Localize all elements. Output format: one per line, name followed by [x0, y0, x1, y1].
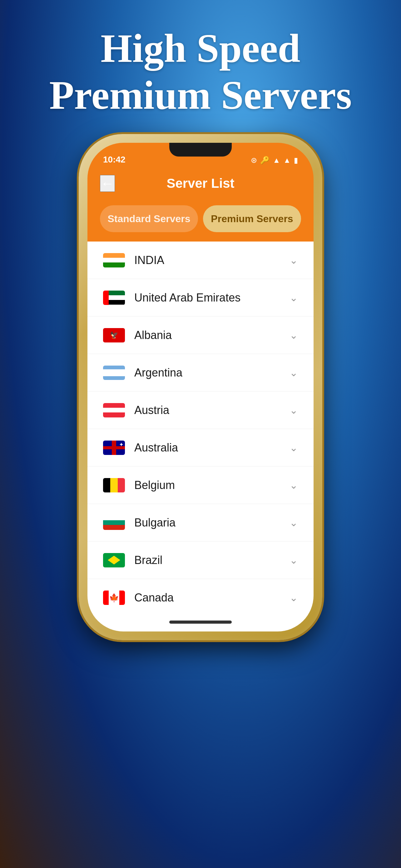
home-bar	[169, 621, 232, 624]
flag-india	[103, 253, 125, 268]
hero-title: High Speed Premium Servers	[49, 25, 352, 118]
list-item[interactable]: ✦ Australia ⌄	[88, 429, 313, 466]
back-button[interactable]: ←	[100, 175, 115, 192]
chevron-down-icon: ⌄	[290, 367, 298, 379]
list-item[interactable]: Austria ⌄	[88, 392, 313, 429]
country-name: United Arab Emirates	[134, 291, 290, 304]
chevron-down-icon: ⌄	[290, 554, 298, 566]
header-title: Server List	[166, 176, 234, 191]
phone-screen: 10:42 ⊛ 🔑 ▲ ▲ ▮ ← Server List Standard S…	[88, 143, 313, 631]
country-name: Australia	[134, 441, 290, 454]
tab-standard[interactable]: Standard Servers	[100, 205, 198, 232]
flag-australia: ✦	[103, 440, 125, 455]
flag-austria	[103, 403, 125, 417]
country-name: Bulgaria	[134, 516, 290, 529]
list-item[interactable]: Brazil ⌄	[88, 541, 313, 579]
chevron-down-icon: ⌄	[290, 254, 298, 266]
chevron-down-icon: ⌄	[290, 517, 298, 529]
flag-bulgaria	[103, 516, 125, 530]
tab-premium[interactable]: Premium Servers	[203, 205, 301, 232]
battery-icon: ▮	[294, 156, 298, 165]
list-item[interactable]: Belgium ⌄	[88, 466, 313, 504]
list-item[interactable]: Bulgaria ⌄	[88, 504, 313, 541]
list-item[interactable]: INDIA ⌄	[88, 242, 313, 279]
country-name: Austria	[134, 404, 290, 417]
phone-notch	[169, 143, 232, 157]
server-list: INDIA ⌄ United Arab Emirates ⌄	[88, 242, 313, 613]
country-name: Albania	[134, 329, 290, 342]
list-item[interactable]: Argentina ⌄	[88, 354, 313, 392]
list-item[interactable]: 🍁 Canada ⌄	[88, 579, 313, 613]
key-icon: 🔑	[260, 156, 269, 165]
list-item[interactable]: United Arab Emirates ⌄	[88, 279, 313, 316]
wifi-icon: ▲	[273, 156, 280, 165]
vpn-icon: ⊛	[251, 156, 257, 165]
signal-icon: ▲	[283, 156, 291, 165]
country-name: Argentina	[134, 366, 290, 379]
flag-albania: 🦅	[103, 328, 125, 342]
chevron-down-icon: ⌄	[290, 592, 298, 604]
status-icons: ⊛ 🔑 ▲ ▲ ▮	[251, 156, 298, 165]
flag-uae	[103, 290, 125, 305]
status-time: 10:42	[103, 155, 126, 165]
app-header: ← Server List	[88, 168, 313, 199]
flag-belgium	[103, 478, 125, 492]
chevron-down-icon: ⌄	[290, 329, 298, 341]
home-indicator	[88, 613, 313, 631]
chevron-down-icon: ⌄	[290, 292, 298, 304]
country-name: Brazil	[134, 554, 290, 567]
chevron-down-icon: ⌄	[290, 479, 298, 491]
flag-argentina	[103, 366, 125, 380]
tabs-section: Standard Servers Premium Servers	[88, 199, 313, 242]
country-name: Canada	[134, 591, 290, 604]
list-item[interactable]: 🦅 Albania ⌄	[88, 316, 313, 354]
hero-section: High Speed Premium Servers	[31, 0, 371, 134]
phone-mockup: 10:42 ⊛ 🔑 ▲ ▲ ▮ ← Server List Standard S…	[79, 134, 322, 640]
chevron-down-icon: ⌄	[290, 442, 298, 454]
chevron-down-icon: ⌄	[290, 404, 298, 416]
country-name: Belgium	[134, 479, 290, 492]
flag-canada: 🍁	[103, 591, 125, 605]
flag-brazil	[103, 553, 125, 567]
country-name: INDIA	[134, 254, 290, 267]
